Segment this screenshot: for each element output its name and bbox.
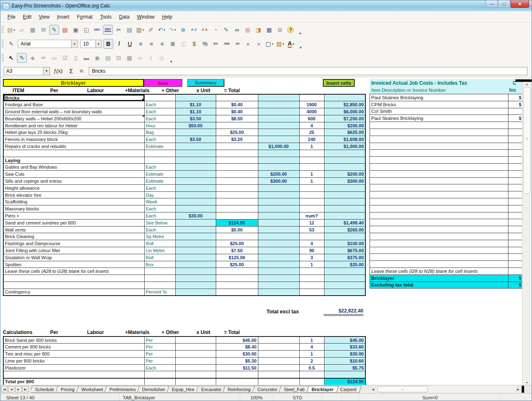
labour-cell[interactable] xyxy=(175,282,216,289)
labour-cell[interactable]: $50.00 xyxy=(175,122,216,129)
materials-cell[interactable] xyxy=(216,143,258,150)
total-cell[interactable]: $25.00 xyxy=(324,261,365,268)
sum-icon[interactable]: Σ xyxy=(69,67,73,74)
unit-cell[interactable]: 1 xyxy=(299,261,324,268)
chart-icon[interactable]: ◔ xyxy=(210,25,220,35)
invoice-amount-cell[interactable] xyxy=(508,129,522,136)
unit-cell[interactable]: 53 xyxy=(299,226,324,233)
labour-cell[interactable]: $3.50 xyxy=(175,136,216,143)
other-cell[interactable]: $1,000.00 xyxy=(258,143,299,150)
labour-cell[interactable] xyxy=(175,351,216,358)
sheet-tab[interactable]: Steel_Fab xyxy=(279,386,310,393)
materials-cell[interactable] xyxy=(216,94,258,101)
print-icon[interactable]: ▣ xyxy=(71,25,81,35)
total-cell[interactable] xyxy=(324,157,365,164)
data-sources-icon[interactable]: ▦ xyxy=(264,25,274,35)
background-color-icon[interactable]: ▧ ▾ xyxy=(275,39,285,49)
activation-order-icon[interactable]: ↕ xyxy=(146,53,156,63)
invoice-description-cell[interactable] xyxy=(370,170,508,177)
invoice-amount-cell[interactable]: $ xyxy=(508,94,522,101)
function-wizard-icon[interactable]: ƒ(x) xyxy=(53,68,62,74)
materials-cell[interactable] xyxy=(216,191,258,198)
invoice-description-cell[interactable]: Col Smith xyxy=(370,108,508,115)
other-cell[interactable] xyxy=(258,351,299,358)
italic-icon[interactable]: I xyxy=(114,39,124,49)
invoice-description-cell[interactable] xyxy=(370,254,508,261)
item-cell[interactable]: Scaffolding xyxy=(3,198,144,205)
item-cell[interactable]: Total per 800 xyxy=(3,378,144,385)
other-cell[interactable] xyxy=(258,268,299,275)
vertical-scroll-thumb[interactable] xyxy=(523,87,530,194)
invoice-amount-cell[interactable] xyxy=(508,163,522,170)
total-cell[interactable]: $124.95 xyxy=(324,378,365,385)
per-cell[interactable]: Estimate xyxy=(144,143,175,150)
materials-cell[interactable]: $25.00 xyxy=(216,240,258,247)
cell-reference-box[interactable]: A3 ▾ xyxy=(4,67,50,75)
invoice-amount-cell[interactable] xyxy=(508,247,522,254)
per-cell[interactable]: Each xyxy=(144,115,175,122)
dropdown-arrow-icon[interactable]: ▾ xyxy=(164,28,165,32)
unit-cell[interactable] xyxy=(299,164,324,171)
item-cell[interactable]: Cement per 800 bricks xyxy=(3,344,144,351)
unit-cell[interactable]: 12 xyxy=(299,219,324,226)
auto-focus-icon[interactable]: ◇ xyxy=(157,53,167,63)
invoice-amount-cell[interactable]: $ xyxy=(508,282,522,289)
invoice-amount-cell[interactable] xyxy=(508,267,522,274)
invoice-description-cell[interactable]: CPM Bricks xyxy=(370,101,508,108)
total-cell[interactable]: $30.00 xyxy=(324,351,365,358)
horizontal-split-box[interactable] xyxy=(522,386,524,393)
bold-icon[interactable]: B xyxy=(103,39,113,49)
per-cell[interactable] xyxy=(144,94,175,101)
per-cell[interactable]: Per xyxy=(144,351,175,358)
total-cell[interactable]: $200.00 xyxy=(324,171,365,178)
item-cell[interactable]: Flashings and Dampcourse xyxy=(3,240,144,247)
invoice-description-cell[interactable] xyxy=(370,233,508,240)
design-mode-icon[interactable]: ✎ xyxy=(17,53,27,63)
invoice-amount-cell[interactable]: $ xyxy=(508,101,522,108)
unit-cell[interactable] xyxy=(299,157,324,164)
menu-item[interactable]: View xyxy=(35,12,53,22)
total-cell[interactable] xyxy=(324,212,365,220)
total-cell[interactable]: $625.00 xyxy=(324,129,365,136)
materials-cell[interactable] xyxy=(216,268,258,275)
invoice-amount-cell[interactable] xyxy=(508,240,522,247)
invoice-description-cell[interactable] xyxy=(370,143,508,150)
labour-cell[interactable]: $1.10 xyxy=(175,101,216,108)
open-folder-icon[interactable]: ▱ xyxy=(17,25,27,35)
toolbar-overflow-icon[interactable]: ▾ xyxy=(170,60,172,65)
materials-cell[interactable]: $125.00 xyxy=(216,254,258,261)
auto-spellcheck-icon[interactable]: ABC xyxy=(103,25,113,35)
scroll-up-icon[interactable]: ▲ xyxy=(522,83,531,86)
total-excl-tax-value[interactable]: $22,922.40 xyxy=(324,308,363,316)
labour-cell[interactable] xyxy=(175,94,216,101)
vertical-scrollbar[interactable]: ▲ ▼ xyxy=(522,78,531,385)
font-color-icon[interactable]: A ▾ xyxy=(286,39,296,49)
per-cell[interactable]: Box xyxy=(144,261,175,268)
sheet-tab[interactable]: Equip_Hire xyxy=(167,386,200,393)
other-cell[interactable] xyxy=(258,136,299,143)
item-cell[interactable]: Plasticizer xyxy=(3,364,144,371)
dropdown-arrow-icon[interactable]: ▾ xyxy=(293,42,294,46)
first-sheet-button[interactable]: |◀ xyxy=(1,386,7,392)
other-cell[interactable] xyxy=(258,157,299,164)
spellcheck-icon[interactable]: ABC xyxy=(92,25,102,35)
other-cell[interactable]: $300.00 xyxy=(258,178,299,185)
invoice-amount-cell[interactable] xyxy=(508,205,522,212)
labour-cell[interactable] xyxy=(175,337,216,344)
total-cell[interactable] xyxy=(324,282,365,289)
bricklayer-title-cell[interactable]: Bricklayer xyxy=(3,79,144,87)
other-cell[interactable] xyxy=(258,164,299,171)
invoice-amount-cell[interactable] xyxy=(508,136,522,143)
menu-item[interactable]: Data xyxy=(115,12,133,22)
group-box-icon[interactable]: ▭ xyxy=(49,53,59,63)
combo-box-icon[interactable]: ⊟ xyxy=(114,53,124,63)
total-cell[interactable]: $1,608.00 xyxy=(324,136,365,143)
invoice-description-cell[interactable] xyxy=(370,150,508,157)
item-cell[interactable]: Hebel glue lays 25 blocks 25kg xyxy=(3,129,144,136)
sheet-tab[interactable]: Preliminaries xyxy=(104,386,141,393)
item-cell[interactable]: Sisalation or Wall Wrap xyxy=(3,254,144,261)
copy-icon[interactable]: ▤ xyxy=(124,25,134,35)
unit-cell[interactable] xyxy=(299,205,324,212)
find-replace-icon[interactable]: ∞ xyxy=(232,25,242,35)
gallery-icon[interactable]: ◨ xyxy=(253,25,263,35)
